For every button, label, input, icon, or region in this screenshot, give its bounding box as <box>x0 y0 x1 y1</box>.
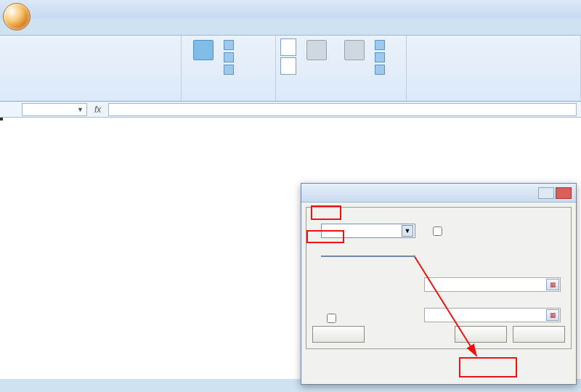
connections-button[interactable] <box>224 40 237 50</box>
sort-asc-button[interactable] <box>280 38 296 56</box>
refresh-icon <box>193 40 214 60</box>
range-picker-icon[interactable]: ▦ <box>546 309 559 321</box>
filter-button[interactable] <box>337 38 372 62</box>
name-box[interactable]: ▼ <box>22 103 87 116</box>
advanced-button[interactable] <box>375 65 388 75</box>
advanced-icon <box>375 65 385 75</box>
sort-icon <box>306 40 327 60</box>
ok-button[interactable] <box>455 326 507 343</box>
link-icon <box>224 40 234 50</box>
undo-icon[interactable] <box>52 3 65 16</box>
chevron-down-icon[interactable]: ▼ <box>402 225 413 237</box>
editlink-icon <box>224 65 234 75</box>
data-validation-dialog: ▼ ▦ ▦ <box>301 183 577 385</box>
ignore-blank-input[interactable] <box>433 226 442 236</box>
properties-button[interactable] <box>224 52 237 62</box>
clear-icon <box>375 40 385 50</box>
formula-bar[interactable] <box>108 103 577 116</box>
redo-icon[interactable] <box>67 3 80 16</box>
allow-dropdown-list[interactable] <box>321 256 415 257</box>
cancel-button[interactable] <box>513 326 565 343</box>
clear-all-button[interactable] <box>312 326 365 343</box>
group-external-data-label <box>4 98 176 101</box>
save-icon[interactable] <box>38 3 51 16</box>
close-button[interactable] <box>556 187 572 199</box>
min-field[interactable]: ▦ <box>424 277 561 292</box>
props-icon <box>224 52 234 62</box>
allow-combobox[interactable]: ▼ <box>321 224 415 238</box>
qat-menu-icon[interactable] <box>81 3 94 16</box>
range-picker-icon[interactable]: ▦ <box>546 279 559 290</box>
funnel-icon <box>344 40 365 60</box>
reapply-icon <box>375 52 385 62</box>
max-field[interactable]: ▦ <box>424 308 561 322</box>
group-sort-filter-label <box>280 98 402 101</box>
selection-border <box>0 118 3 121</box>
chevron-down-icon[interactable]: ▼ <box>77 106 84 113</box>
quick-access-toolbar <box>38 3 94 16</box>
help-button[interactable] <box>538 187 554 199</box>
apply-to-others-input[interactable] <box>327 314 336 323</box>
apply-to-others-checkbox[interactable] <box>324 311 341 325</box>
ignore-blank-checkbox[interactable] <box>430 224 447 238</box>
reapply-button[interactable] <box>375 52 388 62</box>
office-button[interactable] <box>3 3 31 30</box>
sort-desc-button[interactable] <box>280 57 296 75</box>
fx-icon[interactable]: fx <box>87 105 108 115</box>
group-connections-label <box>186 98 271 101</box>
edit-links-button[interactable] <box>224 65 237 75</box>
group-data-tools-label <box>411 98 576 101</box>
clear-filter-button[interactable] <box>375 40 388 50</box>
refresh-all-button[interactable] <box>186 38 221 62</box>
sort-button[interactable] <box>299 38 334 62</box>
